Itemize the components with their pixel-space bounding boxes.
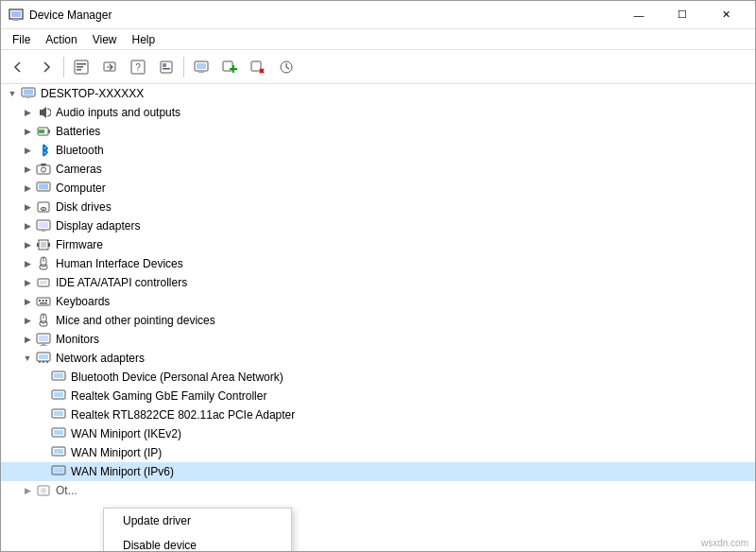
computer-tree-icon xyxy=(20,85,37,102)
computer-icon-button[interactable] xyxy=(188,54,215,80)
svg-rect-46 xyxy=(39,300,41,302)
firmware-icon xyxy=(35,236,52,253)
keyboards-icon xyxy=(35,293,52,310)
tree-item-firmware[interactable]: ▶ Firmware xyxy=(1,235,755,254)
tree-item-audio[interactable]: ▶ Audio inputs and outputs xyxy=(1,103,755,122)
menu-action[interactable]: Action xyxy=(38,29,84,50)
title-bar-icon xyxy=(9,8,24,23)
keyboards-expander: ▶ xyxy=(20,294,35,309)
title-bar-title: Device Manager xyxy=(29,9,617,22)
tree-item-cameras[interactable]: ▶ Cameras xyxy=(1,160,755,179)
close-button[interactable]: ✕ xyxy=(704,1,747,29)
svg-rect-49 xyxy=(40,302,47,304)
wan-ip-label: WAN Miniport (IP) xyxy=(71,446,162,459)
svg-point-60 xyxy=(43,361,44,363)
wan-ip-icon xyxy=(50,444,67,461)
svg-rect-29 xyxy=(39,184,48,190)
tree-item-other[interactable]: ▶ Ot... xyxy=(1,481,755,500)
disk-icon xyxy=(35,198,52,216)
svg-rect-35 xyxy=(42,230,45,232)
show-device-button[interactable] xyxy=(153,54,180,80)
svg-rect-54 xyxy=(39,336,48,341)
tree-item-mice[interactable]: ▶ Mice and other pointing devices xyxy=(1,311,755,330)
wan-ikev2-label: WAN Miniport (IKEv2) xyxy=(71,427,181,440)
minimize-button[interactable]: — xyxy=(617,1,661,29)
back-button[interactable] xyxy=(5,54,31,80)
svg-rect-67 xyxy=(54,411,63,416)
menu-view[interactable]: View xyxy=(85,29,125,50)
net-bt-icon xyxy=(50,369,67,386)
svg-rect-65 xyxy=(54,392,63,397)
tree-item-disk[interactable]: ▶ Disk drives xyxy=(1,198,755,216)
context-menu: Update driver Disable device Uninstall d… xyxy=(103,508,292,551)
toolbar-separator-1 xyxy=(63,57,64,78)
tree-item-wan-ipv6[interactable]: ▶ WAN Miniport (IPv6) xyxy=(1,462,755,481)
svg-rect-37 xyxy=(41,242,46,248)
svg-point-32 xyxy=(43,208,44,210)
device-manager-window: Device Manager — ☐ ✕ File Action View He… xyxy=(0,0,756,552)
tree-item-ide[interactable]: ▶ IDE ATA/ATAPI controllers xyxy=(1,273,755,292)
tree-root[interactable]: ▼ DESKTOP-XXXXXX xyxy=(1,84,755,103)
tree-item-batteries[interactable]: ▶ Batteries xyxy=(1,122,755,141)
maximize-button[interactable]: ☐ xyxy=(661,1,704,29)
svg-rect-12 xyxy=(163,68,170,70)
add-device-button[interactable] xyxy=(216,54,243,80)
svg-rect-6 xyxy=(77,69,81,71)
net-gbe-icon xyxy=(50,388,67,405)
tree-item-wan-ip[interactable]: ▶ WAN Miniport (IP) xyxy=(1,443,755,462)
computer-icon xyxy=(35,180,52,197)
svg-rect-34 xyxy=(39,222,48,228)
forward-button[interactable] xyxy=(33,54,60,80)
svg-rect-69 xyxy=(54,430,63,435)
main-content: ▼ DESKTOP-XXXXXX ▶ xyxy=(1,84,755,551)
watermark: wsxdn.com xyxy=(701,538,748,548)
ctx-disable-device[interactable]: Disable device xyxy=(104,533,291,551)
wan-ikev2-icon xyxy=(50,425,67,442)
other-expander: ▶ xyxy=(20,483,35,498)
display-expander: ▶ xyxy=(20,218,35,233)
help-button[interactable]: ? xyxy=(125,54,151,80)
tree-item-net-realtek-gbe[interactable]: ▶ Realtek Gaming GbE Family Controller xyxy=(1,387,755,405)
scan-hardware-button[interactable] xyxy=(273,54,300,80)
menu-help[interactable]: Help xyxy=(125,29,163,50)
svg-point-61 xyxy=(46,361,48,363)
menu-file[interactable]: File xyxy=(5,29,38,50)
menu-bar: File Action View Help xyxy=(1,29,755,50)
tree-item-wan-ikev2[interactable]: ▶ WAN Miniport (IKEv2) xyxy=(1,424,755,443)
other-label: Ot... xyxy=(56,484,77,497)
tree-item-network[interactable]: ▼ Network adapters xyxy=(1,349,755,368)
tree-item-display[interactable]: ▶ Display adapters xyxy=(1,216,755,235)
device-tree[interactable]: ▼ DESKTOP-XXXXXX ▶ xyxy=(1,84,755,551)
tree-item-net-realtek-wifi[interactable]: ▶ Realtek RTL8822CE 802.11ac PCIe Adapte… xyxy=(1,405,755,424)
svg-rect-38 xyxy=(37,243,39,247)
svg-rect-44 xyxy=(40,281,47,285)
svg-rect-2 xyxy=(13,19,19,21)
open-properties-button[interactable] xyxy=(68,54,94,80)
cameras-icon xyxy=(35,161,52,178)
toolbar: ? xyxy=(1,50,755,84)
monitors-icon xyxy=(35,331,52,348)
svg-rect-24 xyxy=(48,130,50,133)
tree-item-bluetooth[interactable]: ▶ Bluetooth xyxy=(1,141,755,160)
svg-rect-47 xyxy=(43,300,44,302)
ctx-update-driver[interactable]: Update driver xyxy=(104,509,291,533)
disk-expander: ▶ xyxy=(20,199,35,215)
batteries-icon xyxy=(35,123,52,140)
net-wifi-icon xyxy=(50,406,67,423)
svg-text:?: ? xyxy=(135,62,141,73)
tree-item-net-bluetooth[interactable]: ▶ Bluetooth Device (Personal Area Networ… xyxy=(1,368,755,387)
root-expander: ▼ xyxy=(5,86,20,101)
uninstall-device-toolbar-button[interactable] xyxy=(245,54,271,80)
tree-item-keyboards[interactable]: ▶ Keyboards xyxy=(1,292,755,311)
svg-point-26 xyxy=(42,167,46,172)
ide-expander: ▶ xyxy=(20,275,35,290)
svg-rect-4 xyxy=(77,63,86,65)
svg-rect-39 xyxy=(48,243,50,247)
ide-icon xyxy=(35,274,52,291)
tree-item-monitors[interactable]: ▶ Monitors xyxy=(1,330,755,349)
computer-label: Computer xyxy=(56,181,106,195)
tree-item-computer[interactable]: ▶ Computer xyxy=(1,179,755,198)
tree-item-hid[interactable]: ▶ Human Interface Devices xyxy=(1,254,755,273)
update-driver-button[interactable] xyxy=(96,54,123,80)
cameras-expander: ▶ xyxy=(20,162,35,177)
